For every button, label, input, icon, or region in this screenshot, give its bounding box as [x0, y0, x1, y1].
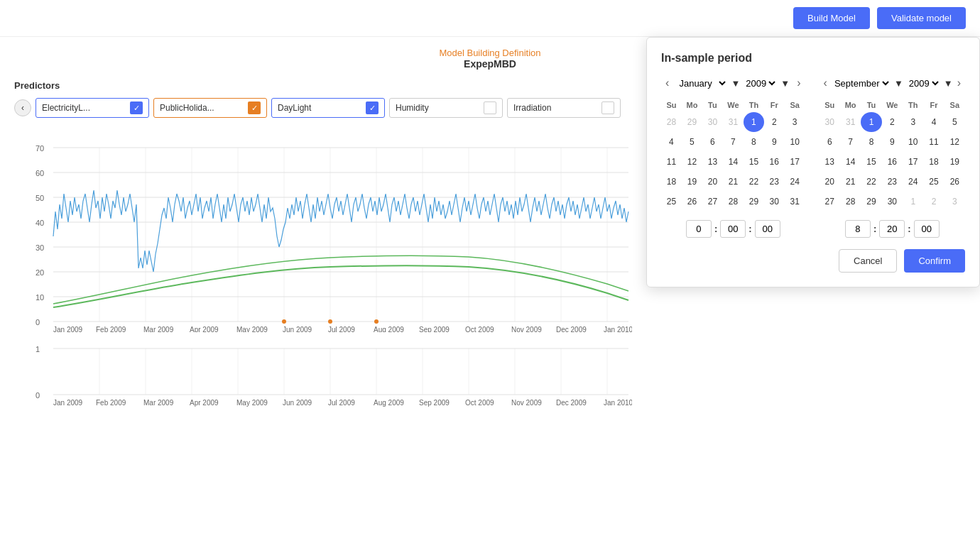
table-row[interactable]: 1: [744, 112, 764, 132]
table-row[interactable]: 28: [661, 112, 682, 132]
right-cal-prev[interactable]: ‹: [820, 75, 832, 91]
left-cal-prev[interactable]: ‹: [661, 75, 673, 91]
table-row[interactable]: 3: [903, 112, 923, 132]
table-row[interactable]: 5: [944, 112, 965, 132]
table-row[interactable]: 27: [702, 192, 723, 212]
table-row[interactable]: 4: [923, 112, 944, 132]
table-row[interactable]: 23: [882, 172, 903, 192]
table-row[interactable]: 29: [744, 192, 764, 212]
table-row[interactable]: 27: [820, 192, 840, 212]
main-chart: 0 10 20 30 40 50 60 70: [14, 126, 632, 332]
table-row[interactable]: 2: [764, 112, 785, 132]
table-row[interactable]: 21: [840, 172, 861, 192]
table-row[interactable]: 13: [702, 152, 723, 172]
predictor-electricity-checkbox[interactable]: ✓: [130, 101, 143, 114]
table-row[interactable]: 13: [820, 152, 840, 172]
table-row[interactable]: 29: [682, 112, 702, 132]
right-time-min[interactable]: [879, 220, 905, 238]
left-cal-next[interactable]: ›: [793, 75, 805, 91]
left-cal-month-dropdown[interactable]: January February March: [676, 77, 728, 89]
table-row[interactable]: 12: [682, 152, 702, 172]
table-row[interactable]: 16: [764, 152, 785, 172]
table-row[interactable]: 26: [682, 192, 702, 212]
table-row[interactable]: 6: [702, 132, 723, 152]
right-time-hour[interactable]: [845, 220, 871, 238]
table-row[interactable]: 15: [744, 152, 764, 172]
cancel-button[interactable]: Cancel: [839, 249, 897, 273]
table-row[interactable]: 29: [861, 192, 881, 212]
table-row[interactable]: 30: [764, 192, 785, 212]
table-row[interactable]: 11: [923, 132, 944, 152]
table-row[interactable]: 18: [923, 152, 944, 172]
table-row[interactable]: 23: [764, 172, 785, 192]
table-row[interactable]: 4: [661, 132, 682, 152]
table-row[interactable]: 25: [923, 172, 944, 192]
table-row[interactable]: 22: [861, 172, 881, 192]
right-cal-next[interactable]: ›: [953, 75, 965, 91]
predictor-irradiation[interactable]: Irradiation: [507, 98, 621, 118]
table-row[interactable]: 9: [764, 132, 785, 152]
predictor-daylight-checkbox[interactable]: ✓: [366, 101, 379, 114]
validate-model-button[interactable]: Validate model: [877, 7, 966, 29]
table-row[interactable]: 10: [785, 132, 805, 152]
predictor-humidity-checkbox[interactable]: [484, 101, 496, 114]
table-row[interactable]: 3: [785, 112, 805, 132]
table-row[interactable]: 2: [923, 192, 944, 212]
left-time-min[interactable]: [720, 220, 746, 238]
table-row[interactable]: 25: [661, 192, 682, 212]
predictor-prev-button[interactable]: ‹: [14, 99, 31, 116]
predictor-electricity[interactable]: ElectricityL... ✓: [36, 98, 149, 118]
table-row[interactable]: 8: [861, 132, 881, 152]
table-row[interactable]: 12: [944, 132, 965, 152]
predictor-publicholiday[interactable]: PublicHolida... ✓: [153, 98, 267, 118]
table-row[interactable]: 8: [744, 132, 764, 152]
table-row[interactable]: 1: [903, 192, 923, 212]
right-time-sec[interactable]: [914, 220, 940, 238]
table-row[interactable]: 16: [882, 152, 903, 172]
table-row[interactable]: 30: [702, 112, 723, 132]
predictor-humidity[interactable]: Humidity: [389, 98, 503, 118]
table-row[interactable]: 14: [840, 152, 861, 172]
table-row[interactable]: 26: [944, 172, 965, 192]
left-time-sec[interactable]: [755, 220, 780, 238]
table-row[interactable]: 20: [702, 172, 723, 192]
table-row[interactable]: 7: [840, 132, 861, 152]
table-row[interactable]: 7: [723, 132, 744, 152]
table-row[interactable]: 20: [820, 172, 840, 192]
table-row[interactable]: 31: [723, 112, 744, 132]
left-cal-year-dropdown[interactable]: 2009 2010: [743, 77, 778, 89]
table-row[interactable]: 9: [882, 132, 903, 152]
table-row[interactable]: 17: [785, 152, 805, 172]
table-row[interactable]: 28: [723, 192, 744, 212]
table-row[interactable]: 19: [944, 152, 965, 172]
table-row[interactable]: 30: [820, 112, 840, 132]
predictor-publicholiday-checkbox[interactable]: ✓: [248, 101, 261, 114]
table-row[interactable]: 18: [661, 172, 682, 192]
table-row[interactable]: 15: [861, 152, 881, 172]
table-row[interactable]: 24: [785, 172, 805, 192]
right-cal-year-dropdown[interactable]: 2009 2010: [906, 77, 941, 89]
table-row[interactable]: 3: [944, 192, 965, 212]
table-row[interactable]: 28: [840, 192, 861, 212]
predictor-daylight[interactable]: DayLight ✓: [271, 98, 385, 118]
table-row[interactable]: 30: [882, 192, 903, 212]
table-row[interactable]: 2: [882, 112, 903, 132]
table-row[interactable]: 17: [903, 152, 923, 172]
predictor-irradiation-checkbox[interactable]: [601, 101, 614, 114]
table-row[interactable]: 19: [682, 172, 702, 192]
table-row[interactable]: 6: [820, 132, 840, 152]
table-row[interactable]: 1: [861, 112, 881, 132]
table-row[interactable]: 22: [744, 172, 764, 192]
table-row[interactable]: 31: [840, 112, 861, 132]
table-row[interactable]: 11: [661, 152, 682, 172]
table-row[interactable]: 31: [785, 192, 805, 212]
table-row[interactable]: 10: [903, 132, 923, 152]
table-row[interactable]: 5: [682, 132, 702, 152]
table-row[interactable]: 21: [723, 172, 744, 192]
right-cal-month-dropdown[interactable]: September October: [832, 77, 891, 89]
table-row[interactable]: 14: [723, 152, 744, 172]
confirm-button[interactable]: Confirm: [904, 249, 965, 273]
table-row[interactable]: 24: [903, 172, 923, 192]
left-time-hour[interactable]: [686, 220, 712, 238]
build-model-button[interactable]: Build Model: [793, 7, 870, 29]
